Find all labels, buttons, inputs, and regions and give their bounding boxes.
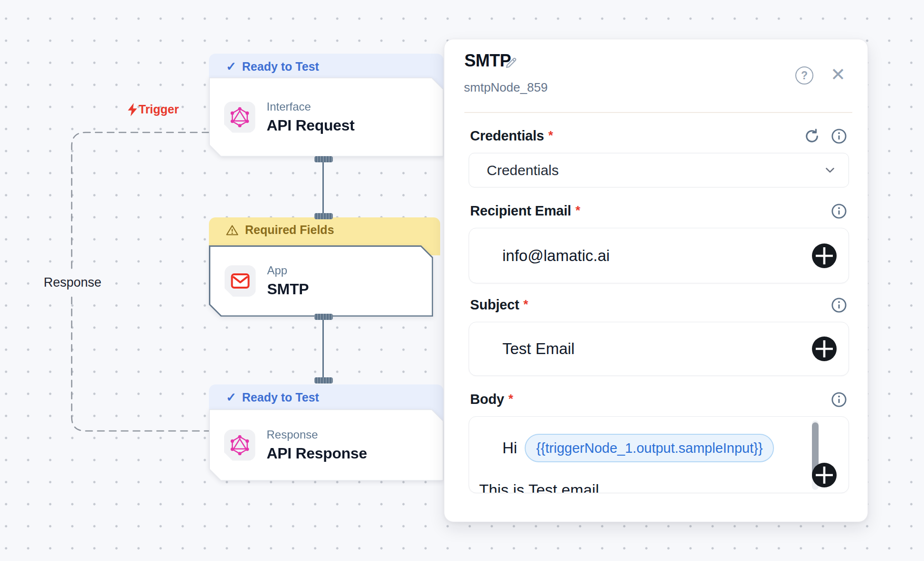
node-icon-tile [224,430,255,461]
bolt-icon [127,103,138,116]
node-status-text: Required Fields [245,223,334,237]
node-title: API Request [267,117,355,134]
info-icon [830,203,848,220]
info-icon [830,128,848,145]
info-icon [830,297,848,314]
node-category: Response [267,428,368,441]
trigger-edge-text: Trigger [139,103,179,116]
credentials-info-button[interactable] [830,128,848,145]
close-panel-button[interactable]: ✕ [828,65,848,84]
refresh-credentials-button[interactable] [803,128,820,145]
node-api-request[interactable]: ✓ Ready to Test [209,54,443,157]
node-status-text: Ready to Test [242,60,319,74]
refresh-icon [803,128,820,145]
close-icon: ✕ [830,65,846,84]
plus-icon [811,336,837,362]
connector-handle[interactable] [314,314,333,320]
body-info-button[interactable] [830,391,848,408]
body-label: Body* [470,392,513,407]
required-mark: * [523,297,528,311]
body-field[interactable]: Hi {{triggerNode_1.output.sampleInput}} … [469,416,849,493]
variable-chip[interactable]: {{triggerNode_1.output.sampleInput}} [525,434,774,462]
plus-icon [811,243,837,269]
node-category: App [267,264,309,277]
node-smtp[interactable]: Required Fields App SMTP [209,217,440,317]
connector-line-2 [322,317,324,380]
plus-icon [811,462,837,488]
graphql-icon [230,107,250,128]
graphql-icon [230,435,250,456]
help-glyph: ? [801,69,808,82]
check-icon: ✓ [226,390,236,405]
required-mark: * [575,203,580,217]
add-variable-button[interactable] [811,336,837,362]
credentials-select-value: Credentials [487,162,559,178]
credentials-select[interactable]: Credentials [469,153,849,187]
node-id-label: smtpNode_859 [464,80,547,95]
credentials-label-text: Credentials [470,128,544,143]
add-variable-button[interactable] [811,243,837,269]
node-status-text: Ready to Test [242,391,319,404]
response-edge-label: Response [44,272,101,293]
subject-info-button[interactable] [830,297,848,314]
pencil-icon [504,56,519,70]
node-title: SMTP [267,280,309,298]
required-mark: * [509,392,513,406]
subject-value: Test Email [502,340,575,358]
recipient-email-label-text: Recipient Email [470,203,571,218]
check-icon: ✓ [226,59,236,74]
node-icon-tile [225,265,256,297]
node-icon-tile [224,102,255,133]
add-variable-button[interactable] [811,462,837,488]
subject-label: Subject* [470,297,528,313]
connector-handle[interactable] [314,377,333,383]
subject-field[interactable]: Test Email [469,322,849,376]
recipient-email-value: info@lamatic.ai [502,247,610,265]
required-mark: * [548,128,553,142]
mail-icon [230,272,250,290]
divider [464,112,852,113]
connector-handle[interactable] [314,213,333,219]
recipient-email-field[interactable]: info@lamatic.ai [469,228,849,283]
edit-title-button[interactable] [504,56,519,70]
recipient-email-label: Recipient Email* [470,203,580,219]
connector-line-1 [322,159,324,216]
node-title: API Response [267,445,368,462]
smtp-config-panel: SMTP smtpNode_859 ? ✕ Credentials* Crede… [444,39,868,522]
node-category: Interface [267,100,355,113]
help-button[interactable]: ? [795,66,813,84]
body-text-line2: This is Test email [479,481,599,493]
body-label-text: Body [470,392,504,407]
connector-handle[interactable] [314,156,333,162]
credentials-label: Credentials* [470,128,553,144]
chevron-down-icon [823,163,837,179]
warning-icon [226,224,238,236]
recipient-info-button[interactable] [830,203,848,220]
info-icon [830,391,848,408]
trigger-edge-label: Trigger [127,103,179,116]
body-text-line1: Hi [502,439,517,457]
subject-label-text: Subject [470,297,519,312]
node-api-response[interactable]: ✓ Ready to Test [209,384,443,481]
